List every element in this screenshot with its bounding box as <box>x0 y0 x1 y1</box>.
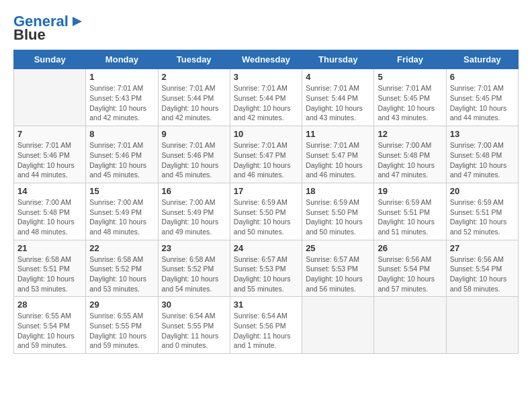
calendar-cell: 15Sunrise: 7:00 AM Sunset: 5:49 PM Dayli… <box>86 183 158 240</box>
day-number: 16 <box>162 186 226 196</box>
day-detail: Sunrise: 7:01 AM Sunset: 5:46 PM Dayligh… <box>162 140 226 180</box>
day-number: 2 <box>162 72 226 82</box>
day-number: 12 <box>378 129 442 139</box>
day-detail: Sunrise: 6:57 AM Sunset: 5:53 PM Dayligh… <box>234 255 298 294</box>
calendar-cell: 27Sunrise: 6:56 AM Sunset: 5:54 PM Dayli… <box>446 240 518 297</box>
day-number: 8 <box>89 129 154 139</box>
day-detail: Sunrise: 6:58 AM Sunset: 5:52 PM Dayligh… <box>162 255 226 294</box>
calendar-cell: 28Sunrise: 6:55 AM Sunset: 5:54 PM Dayli… <box>14 297 86 354</box>
day-detail: Sunrise: 6:56 AM Sunset: 5:54 PM Dayligh… <box>450 255 515 294</box>
calendar-cell: 14Sunrise: 7:00 AM Sunset: 5:48 PM Dayli… <box>14 183 86 240</box>
page-header: General Blue <box>13 13 519 43</box>
day-number: 29 <box>89 300 154 310</box>
day-detail: Sunrise: 7:00 AM Sunset: 5:48 PM Dayligh… <box>450 140 515 180</box>
day-number: 23 <box>162 243 226 253</box>
calendar-cell: 29Sunrise: 6:55 AM Sunset: 5:55 PM Dayli… <box>86 297 158 354</box>
calendar-cell: 8Sunrise: 7:01 AM Sunset: 5:46 PM Daylig… <box>86 126 158 183</box>
calendar-table: SundayMondayTuesdayWednesdayThursdayFrid… <box>13 50 519 354</box>
day-number: 13 <box>450 129 515 139</box>
day-detail: Sunrise: 6:54 AM Sunset: 5:55 PM Dayligh… <box>162 311 226 351</box>
calendar-header: SundayMondayTuesdayWednesdayThursdayFrid… <box>14 50 519 69</box>
header-day-monday: Monday <box>86 50 158 69</box>
day-detail: Sunrise: 7:01 AM Sunset: 5:47 PM Dayligh… <box>234 140 298 180</box>
day-number: 15 <box>89 186 154 196</box>
day-detail: Sunrise: 7:01 AM Sunset: 5:45 PM Dayligh… <box>378 83 442 123</box>
day-number: 10 <box>234 129 298 139</box>
calendar-cell: 2Sunrise: 7:01 AM Sunset: 5:44 PM Daylig… <box>158 69 230 126</box>
day-detail: Sunrise: 6:55 AM Sunset: 5:55 PM Dayligh… <box>89 311 154 351</box>
day-number: 11 <box>306 129 370 139</box>
calendar-cell: 23Sunrise: 6:58 AM Sunset: 5:52 PM Dayli… <box>158 240 230 297</box>
week-row-5: 28Sunrise: 6:55 AM Sunset: 5:54 PM Dayli… <box>14 297 519 354</box>
day-number: 7 <box>17 129 82 139</box>
day-detail: Sunrise: 7:01 AM Sunset: 5:47 PM Dayligh… <box>306 140 370 180</box>
header-row: SundayMondayTuesdayWednesdayThursdayFrid… <box>14 50 519 69</box>
day-detail: Sunrise: 6:58 AM Sunset: 5:51 PM Dayligh… <box>17 255 82 294</box>
calendar-cell: 13Sunrise: 7:00 AM Sunset: 5:48 PM Dayli… <box>446 126 518 183</box>
day-number: 1 <box>89 72 154 82</box>
calendar-cell: 31Sunrise: 6:54 AM Sunset: 5:56 PM Dayli… <box>230 297 302 354</box>
logo-blue: Blue <box>13 27 46 43</box>
calendar-cell: 11Sunrise: 7:01 AM Sunset: 5:47 PM Dayli… <box>302 126 374 183</box>
day-number: 28 <box>17 300 82 310</box>
day-detail: Sunrise: 7:01 AM Sunset: 5:43 PM Dayligh… <box>89 83 154 123</box>
calendar-cell: 9Sunrise: 7:01 AM Sunset: 5:46 PM Daylig… <box>158 126 230 183</box>
header-day-sunday: Sunday <box>14 50 86 69</box>
day-number: 6 <box>450 72 515 82</box>
day-detail: Sunrise: 7:01 AM Sunset: 5:46 PM Dayligh… <box>17 140 82 180</box>
header-day-friday: Friday <box>374 50 446 69</box>
day-detail: Sunrise: 6:59 AM Sunset: 5:50 PM Dayligh… <box>234 197 298 237</box>
day-number: 21 <box>17 243 82 253</box>
header-day-tuesday: Tuesday <box>158 50 230 69</box>
day-detail: Sunrise: 6:59 AM Sunset: 5:51 PM Dayligh… <box>450 197 515 237</box>
day-detail: Sunrise: 7:00 AM Sunset: 5:49 PM Dayligh… <box>89 197 154 237</box>
day-number: 22 <box>89 243 154 253</box>
day-detail: Sunrise: 6:56 AM Sunset: 5:54 PM Dayligh… <box>378 255 442 294</box>
day-detail: Sunrise: 6:59 AM Sunset: 5:50 PM Dayligh… <box>306 197 370 237</box>
calendar-cell <box>374 297 446 354</box>
calendar-cell: 21Sunrise: 6:58 AM Sunset: 5:51 PM Dayli… <box>14 240 86 297</box>
day-number: 25 <box>306 243 370 253</box>
week-row-4: 21Sunrise: 6:58 AM Sunset: 5:51 PM Dayli… <box>14 240 519 297</box>
header-day-saturday: Saturday <box>446 50 518 69</box>
week-row-2: 7Sunrise: 7:01 AM Sunset: 5:46 PM Daylig… <box>14 126 519 183</box>
day-detail: Sunrise: 7:01 AM Sunset: 5:44 PM Dayligh… <box>306 83 370 123</box>
calendar-cell: 7Sunrise: 7:01 AM Sunset: 5:46 PM Daylig… <box>14 126 86 183</box>
calendar-cell: 12Sunrise: 7:00 AM Sunset: 5:48 PM Dayli… <box>374 126 446 183</box>
calendar-cell: 3Sunrise: 7:01 AM Sunset: 5:44 PM Daylig… <box>230 69 302 126</box>
day-number: 20 <box>450 186 515 196</box>
calendar-cell: 17Sunrise: 6:59 AM Sunset: 5:50 PM Dayli… <box>230 183 302 240</box>
day-number: 18 <box>306 186 370 196</box>
calendar-cell <box>14 69 86 126</box>
calendar-cell: 19Sunrise: 6:59 AM Sunset: 5:51 PM Dayli… <box>374 183 446 240</box>
day-detail: Sunrise: 7:00 AM Sunset: 5:48 PM Dayligh… <box>17 197 82 237</box>
day-number: 31 <box>234 300 298 310</box>
day-number: 9 <box>162 129 226 139</box>
calendar-cell <box>302 297 374 354</box>
week-row-1: 1Sunrise: 7:01 AM Sunset: 5:43 PM Daylig… <box>14 69 519 126</box>
day-number: 4 <box>306 72 370 82</box>
calendar-cell: 24Sunrise: 6:57 AM Sunset: 5:53 PM Dayli… <box>230 240 302 297</box>
day-number: 14 <box>17 186 82 196</box>
day-number: 30 <box>162 300 226 310</box>
day-detail: Sunrise: 7:01 AM Sunset: 5:44 PM Dayligh… <box>162 83 226 123</box>
day-number: 5 <box>378 72 442 82</box>
calendar-cell: 26Sunrise: 6:56 AM Sunset: 5:54 PM Dayli… <box>374 240 446 297</box>
calendar-body: 1Sunrise: 7:01 AM Sunset: 5:43 PM Daylig… <box>14 69 519 354</box>
calendar-cell: 10Sunrise: 7:01 AM Sunset: 5:47 PM Dayli… <box>230 126 302 183</box>
day-number: 27 <box>450 243 515 253</box>
calendar-cell: 25Sunrise: 6:57 AM Sunset: 5:53 PM Dayli… <box>302 240 374 297</box>
logo: General Blue <box>13 13 85 43</box>
calendar-cell: 5Sunrise: 7:01 AM Sunset: 5:45 PM Daylig… <box>374 69 446 126</box>
svg-marker-0 <box>73 17 82 26</box>
calendar-cell: 1Sunrise: 7:01 AM Sunset: 5:43 PM Daylig… <box>86 69 158 126</box>
day-detail: Sunrise: 6:55 AM Sunset: 5:54 PM Dayligh… <box>17 311 82 351</box>
header-day-thursday: Thursday <box>302 50 374 69</box>
calendar-cell: 18Sunrise: 6:59 AM Sunset: 5:50 PM Dayli… <box>302 183 374 240</box>
day-detail: Sunrise: 7:00 AM Sunset: 5:49 PM Dayligh… <box>162 197 226 237</box>
day-number: 26 <box>378 243 442 253</box>
calendar-cell: 30Sunrise: 6:54 AM Sunset: 5:55 PM Dayli… <box>158 297 230 354</box>
week-row-3: 14Sunrise: 7:00 AM Sunset: 5:48 PM Dayli… <box>14 183 519 240</box>
day-detail: Sunrise: 6:57 AM Sunset: 5:53 PM Dayligh… <box>306 255 370 294</box>
day-number: 17 <box>234 186 298 196</box>
